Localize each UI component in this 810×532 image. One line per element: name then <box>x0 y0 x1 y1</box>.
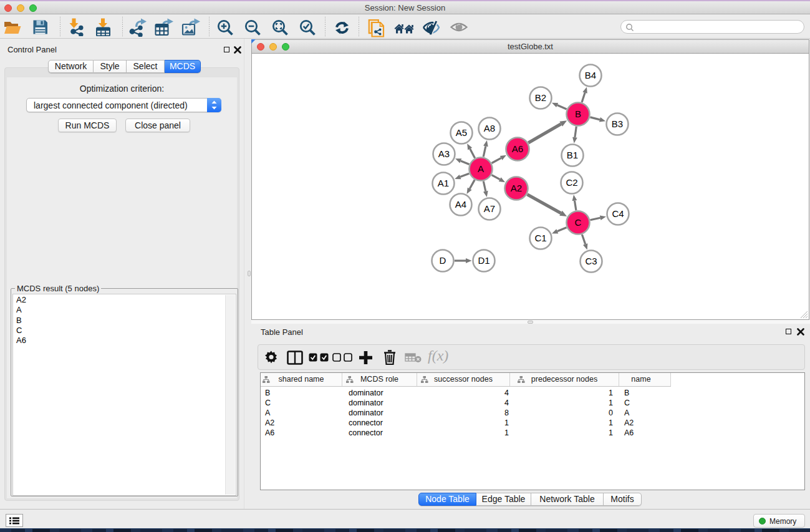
svg-text:A8: A8 <box>484 123 495 133</box>
svg-text:A1: A1 <box>438 178 449 188</box>
svg-text:C3: C3 <box>585 256 597 266</box>
svg-text:A: A <box>478 163 484 174</box>
svg-text:C2: C2 <box>566 177 577 188</box>
svg-text:A3: A3 <box>438 148 450 159</box>
svg-text:A5: A5 <box>456 127 467 138</box>
svg-text:B1: B1 <box>567 150 578 160</box>
svg-text:C4: C4 <box>612 208 624 219</box>
svg-text:D: D <box>440 255 446 266</box>
svg-text:A7: A7 <box>484 203 495 214</box>
svg-text:C1: C1 <box>534 233 546 243</box>
svg-text:A4: A4 <box>455 199 466 210</box>
svg-text:C: C <box>575 217 582 228</box>
svg-text:B3: B3 <box>612 118 623 129</box>
svg-text:D1: D1 <box>478 255 489 266</box>
svg-text:B2: B2 <box>535 92 546 103</box>
svg-text:B: B <box>575 109 581 119</box>
svg-text:B4: B4 <box>585 70 596 80</box>
svg-text:A2: A2 <box>511 183 522 193</box>
svg-text:A6: A6 <box>512 143 523 154</box>
